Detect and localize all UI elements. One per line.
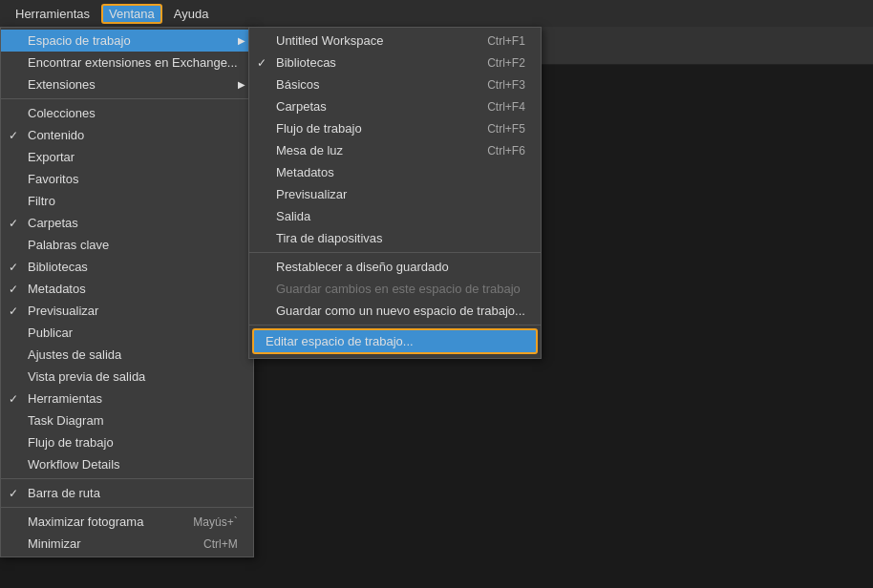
menu-item-extensions[interactable]: Extensiones ▶ — [1, 74, 253, 95]
menu-item-label: Barra de ruta — [28, 486, 100, 500]
menu-item-label: Bibliotecas — [28, 260, 88, 274]
menu-item-herramientas[interactable]: ✓ Herramientas — [1, 388, 253, 410]
menu-item-tira-diapositivas[interactable]: Tira de diapositivas — [249, 227, 541, 249]
shortcut-f6: Ctrl+F6 — [468, 144, 525, 158]
menu-item-label: Encontrar extensiones en Exchange... — [28, 55, 238, 70]
menu-item-label: Metadatos — [28, 282, 86, 296]
menu-item-label: Bibliotecas — [276, 55, 336, 70]
secondary-dropdown: Untitled Workspace Ctrl+F1 ✓ Bibliotecas… — [248, 27, 542, 359]
check-icon: ✓ — [9, 217, 18, 230]
menu-item-palabras-clave[interactable]: Palabras clave — [1, 234, 253, 256]
separator-3 — [1, 507, 253, 508]
menu-item-basicos[interactable]: Básicos Ctrl+F3 — [249, 74, 541, 95]
menu-item-flujo-trabajo[interactable]: Flujo de trabajo — [1, 431, 253, 453]
menu-item-label: Maximizar fotograma — [28, 514, 143, 529]
menu-item-label: Salida — [276, 209, 310, 223]
menu-item-label: Colecciones — [28, 106, 96, 120]
menu-item-label: Flujo de trabajo — [28, 435, 114, 450]
menu-item-contenido[interactable]: ✓ Contenido — [1, 124, 253, 146]
menu-item-mesa-luz[interactable]: Mesa de luz Ctrl+F6 — [249, 139, 541, 161]
menu-item-label: Contenido — [28, 128, 84, 142]
check-icon: ✓ — [9, 304, 18, 318]
menu-item-exportar[interactable]: Exportar — [1, 146, 253, 168]
primary-dropdown: Espacio de trabajo ▶ Encontrar extension… — [0, 27, 254, 557]
menu-item-colecciones[interactable]: Colecciones — [1, 102, 253, 124]
menubar: Herramientas Ventana Ayuda — [0, 0, 873, 27]
menu-item-label: Espacio de trabajo — [28, 33, 131, 48]
check-icon: ✓ — [9, 129, 18, 142]
separator-2 — [1, 478, 253, 479]
menubar-herramientas[interactable]: Herramientas — [8, 4, 97, 24]
check-icon: ✓ — [9, 392, 18, 406]
menu-item-label: Exportar — [28, 150, 75, 164]
dropdown-container: Espacio de trabajo ▶ Encontrar extension… — [0, 27, 254, 557]
menu-item-vista-previa-salida[interactable]: Vista previa de salida — [1, 366, 253, 388]
menu-item-carpetas-sub[interactable]: Carpetas Ctrl+F4 — [249, 95, 541, 117]
shortcut-f5: Ctrl+F5 — [468, 122, 525, 136]
menu-item-label: Tira de diapositivas — [276, 231, 383, 245]
submenu-arrow: ▶ — [238, 79, 245, 90]
menu-item-barra-ruta[interactable]: ✓ Barra de ruta — [1, 482, 253, 504]
menu-item-label: Guardar cambios en este espacio de traba… — [276, 282, 521, 296]
menu-item-label: Minimizar — [28, 536, 81, 551]
menu-item-metadatos[interactable]: ✓ Metadatos — [1, 278, 253, 300]
menu-item-salida[interactable]: Salida — [249, 205, 541, 227]
menu-item-editar-espacio[interactable]: Editar espacio de trabajo... — [252, 328, 538, 354]
menu-item-untitled-workspace[interactable]: Untitled Workspace Ctrl+F1 — [249, 30, 541, 52]
menu-item-label: Untitled Workspace — [276, 33, 383, 48]
separator-1 — [1, 98, 253, 99]
menu-item-bibliotecas[interactable]: ✓ Bibliotecas — [1, 256, 253, 278]
menu-item-label: Herramientas — [28, 391, 102, 406]
shortcut-f1: Ctrl+F1 — [468, 34, 525, 48]
menu-item-label: Previsualizar — [276, 187, 347, 201]
menu-item-label: Básicos — [276, 77, 320, 92]
menu-item-metadatos-sub[interactable]: Metadatos — [249, 161, 541, 183]
menu-item-label: Vista previa de salida — [28, 369, 145, 384]
menu-item-restablecer[interactable]: Restablecer a diseño guardado — [249, 256, 541, 278]
menu-item-label: Extensiones — [28, 77, 96, 92]
check-icon: ✓ — [9, 261, 18, 274]
menu-item-label: Carpetas — [276, 99, 327, 114]
menu-item-maximizar[interactable]: Maximizar fotograma Mayús+` — [1, 511, 253, 533]
menu-item-label: Previsualizar — [28, 304, 98, 318]
menu-item-minimizar[interactable]: Minimizar Ctrl+M — [1, 533, 253, 555]
shortcut-minimizar: Ctrl+M — [184, 537, 238, 551]
menubar-ventana[interactable]: Ventana — [101, 4, 162, 24]
shortcut-f4: Ctrl+F4 — [468, 100, 525, 114]
menu-item-espacio-trabajo[interactable]: Espacio de trabajo ▶ — [1, 30, 253, 52]
menu-item-ajustes-salida[interactable]: Ajustes de salida — [1, 344, 253, 366]
menu-item-task-diagram[interactable]: Task Diagram — [1, 410, 253, 431]
menu-item-bibliotecas-sub[interactable]: ✓ Bibliotecas Ctrl+F2 — [249, 52, 541, 74]
separator-sub-2 — [249, 325, 541, 326]
menubar-ayuda[interactable]: Ayuda — [166, 4, 217, 24]
menu-item-previsualizar[interactable]: ✓ Previsualizar — [1, 300, 253, 322]
menu-item-label: Favoritos — [28, 172, 78, 186]
menu-item-label: Task Diagram — [28, 413, 103, 428]
shortcut-maximizar: Mayús+` — [174, 515, 237, 529]
shortcut-f2: Ctrl+F2 — [468, 56, 525, 70]
menu-item-previsualizar-sub[interactable]: Previsualizar — [249, 183, 541, 205]
menu-item-favoritos[interactable]: Favoritos — [1, 168, 253, 190]
check-icon: ✓ — [257, 56, 266, 70]
menu-item-guardar-como[interactable]: Guardar como un nuevo espacio de trabajo… — [249, 300, 541, 322]
submenu-arrow: ▶ — [238, 35, 245, 46]
shortcut-f3: Ctrl+F3 — [468, 78, 525, 92]
menu-item-carpetas[interactable]: ✓ Carpetas — [1, 212, 253, 234]
menu-item-label: Flujo de trabajo — [276, 121, 362, 136]
menu-item-label: Carpetas — [28, 216, 78, 230]
menu-item-publicar[interactable]: Publicar — [1, 322, 253, 344]
menu-item-guardar-cambios: Guardar cambios en este espacio de traba… — [249, 278, 541, 300]
check-icon: ✓ — [9, 487, 18, 500]
menu-item-label: Workflow Details — [28, 457, 120, 472]
menu-item-label: Editar espacio de trabajo... — [266, 334, 414, 348]
menu-item-label: Publicar — [28, 326, 73, 340]
menu-item-label: Filtro — [28, 194, 55, 208]
separator-sub-1 — [249, 252, 541, 253]
menu-item-exchange[interactable]: Encontrar extensiones en Exchange... — [1, 52, 253, 74]
menu-item-label: Guardar como un nuevo espacio de trabajo… — [276, 304, 525, 318]
menu-item-workflow-details[interactable]: Workflow Details — [1, 453, 253, 475]
menu-item-label: Restablecer a diseño guardado — [276, 260, 449, 274]
menu-item-flujo-trabajo-sub[interactable]: Flujo de trabajo Ctrl+F5 — [249, 117, 541, 139]
menu-item-filtro[interactable]: Filtro — [1, 190, 253, 212]
menu-item-label: Ajustes de salida — [28, 347, 121, 362]
